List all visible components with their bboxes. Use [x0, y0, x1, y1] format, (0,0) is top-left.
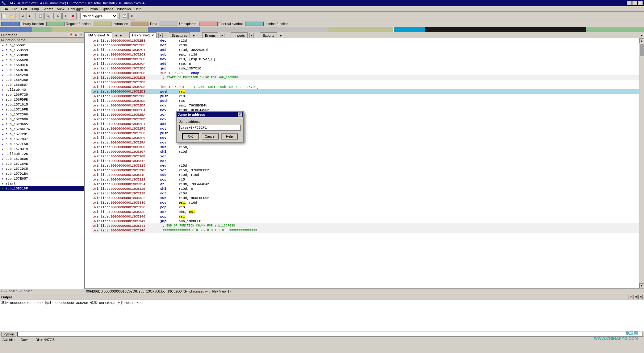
scrollbar-track[interactable]	[639, 43, 644, 283]
functions-list[interactable]: ▶sub_1556U1▶sub_155B553▶sub_1558CD9▶sub_…	[0, 43, 84, 289]
menu-ida[interactable]: IDA	[1, 7, 10, 11]
dialog-close-btn[interactable]: ✕	[238, 112, 242, 117]
hex-view-icon[interactable]: ▶	[158, 33, 163, 38]
back-btn[interactable]: ◀	[19, 13, 26, 19]
output-close-btn[interactable]: ✕	[638, 295, 643, 299]
panel-pin-btn[interactable]: 📌	[69, 33, 73, 37]
code-line[interactable]: .winlice:000000000013C5318xorr15d, 37609…	[91, 168, 639, 172]
panel-float-btn[interactable]: ◻	[74, 33, 78, 37]
function-item[interactable]: ▶sub_157B6D5	[0, 156, 84, 161]
output-pin-btn[interactable]: 📌	[629, 295, 633, 299]
debugger-dropdown[interactable]: No debugger	[80, 13, 117, 19]
code-line[interactable]: .winlice:000000000013C5324orr10d, 7CFAA4…	[91, 182, 639, 186]
code-line[interactable]: .winlice:000000000013C52D8loc_13C52D8: ;…	[91, 85, 639, 89]
enums-icon[interactable]: ▶	[220, 33, 224, 38]
function-item[interactable]: ▶sub_1560F96	[0, 68, 84, 73]
tab-hex-view[interactable]: Hex View-1 ✕	[129, 32, 157, 38]
menu-edit[interactable]: Edit	[19, 7, 29, 11]
code-line[interactable]: .winlice:000000000013C52DEpushrax	[91, 98, 639, 103]
panel-close-btn[interactable]: ✕	[79, 33, 83, 37]
code-line[interactable]: .winlice:000000000013C5332subr10d, 8C6F0…	[91, 196, 639, 200]
output-float-btn[interactable]: ◻	[634, 295, 638, 299]
function-item[interactable]: ▶sub_156B5D7	[0, 82, 84, 87]
code-line[interactable]: .winlice:000000000013C52DBsub_13C5295 en…	[91, 71, 639, 75]
code-line[interactable]: .winlice:000000000013C533Exorebx, esi	[91, 210, 639, 214]
code-line[interactable]: .winlice:000000000013C52F1addrsp, 8	[91, 122, 639, 126]
menu-windows[interactable]: Windows	[115, 7, 133, 11]
code-view[interactable]: .winlice:000000000013C52B8decr13d.winlic…	[91, 38, 639, 288]
forward-btn[interactable]: ▶	[27, 13, 33, 19]
function-item[interactable]: ▶sub_157E657	[0, 176, 84, 181]
function-item[interactable]: ▶sub_157C6AE	[0, 161, 84, 166]
menu-lumina[interactable]: Lumina	[85, 7, 100, 11]
pause-btn[interactable]: ⏸	[62, 13, 69, 19]
function-item[interactable]: ▶sub_1571015	[0, 102, 84, 107]
code-line[interactable]: .winlice:000000000013C52C1addr13d, 382A9…	[91, 48, 639, 52]
function-item[interactable]: ▶sub_1577847	[0, 137, 84, 142]
output-content[interactable]: 基址=0000000040000000 地址=000000000013C52D8…	[0, 300, 644, 331]
code-line[interactable]: .winlice:000000000013C532Bshlr10d, 6	[91, 186, 639, 191]
scroll-up-btn[interactable]: ▲	[639, 38, 644, 43]
code-line[interactable]: .winlice:000000000013C5312not	[91, 159, 639, 163]
function-item[interactable]: ▶sub_156F735	[0, 92, 84, 97]
run-btn[interactable]: ▶	[55, 13, 62, 19]
function-item[interactable]: ▶sub_155B553	[0, 48, 84, 53]
function-item[interactable]: ▶sub_157D1BA	[0, 171, 84, 176]
tab-hex-view-close[interactable]: ✕	[151, 34, 154, 37]
code-line[interactable]: .winlice:000000000013C52D6jmpsub_13D7C10	[91, 66, 639, 71]
tab-ida-view-close[interactable]: ✕	[107, 34, 109, 37]
struct-icon[interactable]: ▶	[192, 33, 196, 38]
minimize-button[interactable]: —	[627, 1, 632, 5]
code-line[interactable]: .winlice:000000000013C52DFmoveax, 76C8E0…	[91, 103, 639, 108]
python-tab[interactable]: Python	[1, 332, 16, 337]
nav-map-bar[interactable]	[0, 27, 644, 32]
refresh-btn[interactable]: 🔄	[121, 13, 128, 19]
menu-help[interactable]: Help	[132, 7, 143, 11]
code-line[interactable]: .winlice:000000000013C52BEnotr13d	[91, 43, 639, 48]
code-line[interactable]: .winlice:000000000013C52DB; START OF FUN…	[91, 75, 639, 80]
code-line[interactable]: .winlice:000000000013C5300subr15d,	[91, 145, 639, 149]
code-line[interactable]: .winlice:000000000013C5322popr15	[91, 177, 639, 182]
function-item[interactable]: ▶sub_1572BD9	[0, 117, 84, 122]
code-scrollbar-v[interactable]: ▲ ▼	[639, 38, 644, 288]
code-line[interactable]: .winlice:000000000013C5346==============…	[91, 228, 639, 233]
ida-view-icon-1[interactable]: ◀	[114, 33, 118, 38]
code-line[interactable]: .winlice:000000000013C5340poprsi	[91, 214, 639, 219]
code-line[interactable]: .winlice:000000000013C52CFaddrsp, 8	[91, 61, 639, 66]
scroll-down-btn[interactable]: ▼	[639, 283, 644, 288]
function-item[interactable]: ▶start	[0, 181, 84, 186]
code-line[interactable]: .winlice:000000000013C5315negr15d	[91, 163, 639, 168]
dialog-help-btn[interactable]: Help	[221, 133, 238, 139]
function-item[interactable]: ▶nullsub_40	[0, 87, 84, 92]
menu-view[interactable]: View	[55, 7, 66, 11]
function-item[interactable]: ▶sub_15766E7A	[0, 127, 84, 132]
code-line[interactable]: .winlice:000000000013C52E4movr10d, 0F8G4…	[91, 108, 639, 112]
settings-btn[interactable]: ⚙	[128, 13, 135, 19]
function-item[interactable]: ▶sub_156435D	[0, 77, 84, 82]
function-item[interactable]: ▶sub_1573665	[0, 122, 84, 127]
code-line[interactable]: .winlice:000000000013C52C8subeax, r13d	[91, 52, 639, 57]
tab-scroll-right-icon[interactable]: ▶	[640, 33, 644, 38]
maximize-button[interactable]: □	[632, 1, 637, 5]
code-line[interactable]: .winlice:000000000013C5341; END OF FUNCT…	[91, 223, 639, 228]
stop-btn[interactable]: ⏹	[70, 13, 77, 19]
code-line[interactable]: .winlice:000000000013C52F5notr10d	[91, 126, 639, 131]
menu-options[interactable]: Options	[100, 7, 115, 11]
search-btn[interactable]: 🔍	[44, 13, 51, 19]
function-item[interactable]: ▶sub_1572398	[0, 112, 84, 117]
function-item[interactable]: ▶nullsub_726	[0, 152, 84, 156]
function-item[interactable]: ▶sub_1577F5D	[0, 142, 84, 147]
tab-ida-view[interactable]: IDA View-A ✕	[85, 32, 112, 38]
code-line[interactable]: .winlice:000000000013C52B8decr13d	[91, 38, 639, 43]
tab-structures[interactable]: Structures	[169, 32, 190, 38]
tab-exports[interactable]: Exports	[260, 32, 277, 38]
python-input[interactable]	[17, 332, 643, 337]
code-line[interactable]: .winlice:000000000013C531Fsubr10d, r15d	[91, 172, 639, 177]
code-line[interactable]: .winlice:000000000013C5339movesi, r10d	[91, 200, 639, 205]
tab-enums[interactable]: Enums	[202, 32, 218, 38]
code-line[interactable]: .winlice:000000000013C5341jmpsub_13CBFFC	[91, 219, 639, 223]
function-item[interactable]: ▶sub_15642AB	[0, 73, 84, 77]
code-line[interactable]: .winlice:000000000013C533Cpopr10	[91, 205, 639, 210]
menu-file[interactable]: File	[10, 7, 19, 11]
function-item[interactable]: ▶sub_1558CD9	[0, 53, 84, 58]
